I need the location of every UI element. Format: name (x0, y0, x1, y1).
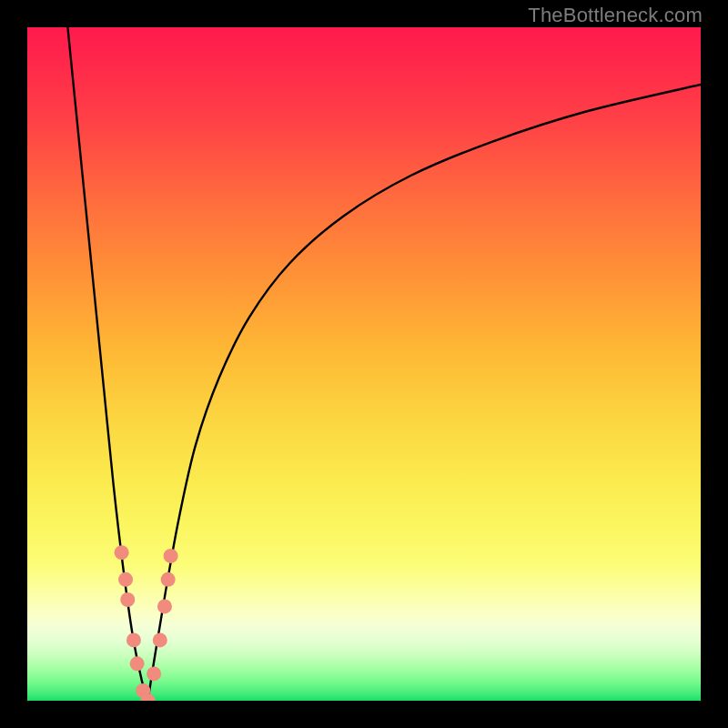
scatter-dot (161, 572, 176, 587)
curve-left (67, 27, 147, 701)
scatter-dot (115, 545, 129, 560)
watermark-text: TheBottleneck.com (528, 4, 703, 27)
scatter-dot (153, 632, 167, 647)
curve-right (147, 85, 701, 701)
scatter-dot (164, 549, 178, 563)
scatter-dot (120, 592, 135, 607)
scatter-dot (157, 599, 172, 613)
chart-frame: TheBottleneck.com (0, 0, 728, 728)
scatter-dot (147, 666, 161, 681)
chart-svg (27, 27, 701, 701)
scatter-dot (130, 656, 145, 671)
plot-area (27, 27, 701, 701)
scatter-dot (126, 632, 141, 647)
scatter-dot (118, 572, 133, 587)
